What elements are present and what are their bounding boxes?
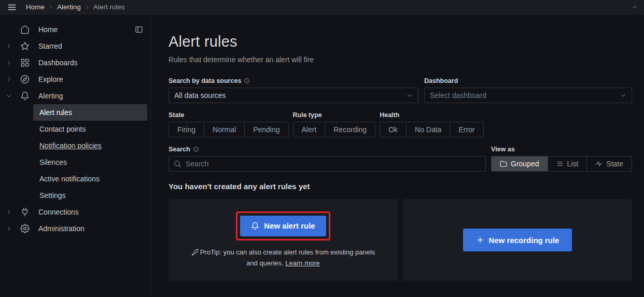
info-icon xyxy=(193,146,199,152)
rule-type-filter-group: Alert Recording xyxy=(293,122,376,137)
filter-row-sources: Search by data sources All data sources … xyxy=(169,77,632,103)
state-option-normal[interactable]: Normal xyxy=(204,122,244,137)
sidebar-item-label: Starred xyxy=(38,42,62,50)
chevron-right-icon[interactable] xyxy=(3,43,15,49)
datasource-select[interactable]: All data sources xyxy=(169,88,418,103)
view-as-option-state[interactable]: State xyxy=(586,157,632,171)
star-icon xyxy=(20,41,30,51)
sidebar-item-home[interactable]: Home xyxy=(0,21,150,38)
sidebar-item-label: Administration xyxy=(38,224,85,233)
home-icon xyxy=(20,24,30,35)
sidebar-item-active-notifications[interactable]: Active notifications xyxy=(33,171,147,187)
breadcrumb-alerting[interactable]: Alerting xyxy=(57,3,81,11)
chevron-right-icon[interactable] xyxy=(3,209,15,215)
dashboard-select-placeholder: Select dashboard xyxy=(430,91,486,100)
label-text: State xyxy=(169,111,185,119)
rule-type-option-recording[interactable]: Recording xyxy=(325,122,375,137)
label-text: View as xyxy=(491,146,515,153)
new-alert-rule-card: New alert rule ProTip: you can also crea… xyxy=(169,199,398,281)
protip-text: ProTip: you can also create alert rules … xyxy=(187,247,380,269)
dock-sidebar-icon[interactable] xyxy=(135,25,143,34)
option-label: State xyxy=(606,160,623,168)
datasource-filter-label: Search by data sources xyxy=(169,77,418,84)
sidebar-item-silences[interactable]: Silences xyxy=(33,154,147,171)
sidebar-item-alert-rules[interactable]: Alert rules xyxy=(33,104,147,121)
new-recording-rule-button[interactable]: New recording rule xyxy=(463,229,572,251)
pulse-icon xyxy=(595,160,603,167)
breadcrumb-current: Alert rules xyxy=(93,3,125,11)
protip-rocket-icon xyxy=(191,249,199,256)
sidebar-item-label: Explore xyxy=(38,75,63,83)
label-text: Search by data sources xyxy=(169,77,241,84)
state-option-firing[interactable]: Firing xyxy=(169,122,204,137)
chevron-down-icon xyxy=(407,92,413,98)
label-text: Rule type xyxy=(293,111,322,119)
state-option-pending[interactable]: Pending xyxy=(244,122,288,137)
rule-type-option-alert[interactable]: Alert xyxy=(293,122,325,137)
annotation-highlight: New alert rule xyxy=(236,211,330,241)
compass-icon xyxy=(20,74,30,84)
view-as-option-list[interactable]: List xyxy=(548,157,587,171)
sidebar-item-label: Alert rules xyxy=(39,108,72,117)
rule-type-filter-label: Rule type xyxy=(293,111,376,119)
chevron-up-icon[interactable] xyxy=(632,4,638,10)
sidebar-item-explore[interactable]: Explore xyxy=(0,71,150,88)
top-bar: Home Alerting Alert rules xyxy=(0,0,644,15)
apps-grid-icon xyxy=(20,58,30,68)
plug-icon xyxy=(20,207,30,217)
sidebar-item-starred[interactable]: Starred xyxy=(0,38,150,54)
sidebar-item-alerting[interactable]: Alerting xyxy=(0,88,150,104)
sidebar-item-settings[interactable]: Settings xyxy=(33,187,147,204)
option-label: List xyxy=(567,160,579,168)
view-as-label: View as xyxy=(491,146,632,153)
option-label: Grouped xyxy=(511,160,539,168)
new-alert-rule-button[interactable]: New alert rule xyxy=(240,216,326,236)
sidebar-item-label: Active notifications xyxy=(39,175,100,183)
health-filter-group: Ok No Data Error xyxy=(380,122,483,137)
label-text: Health xyxy=(380,111,399,119)
search-filter-label: Search xyxy=(169,146,486,153)
gear-icon xyxy=(20,223,30,234)
chevron-right-icon[interactable] xyxy=(3,76,15,82)
sidebar-item-connections[interactable]: Connections xyxy=(0,204,150,220)
sidebar-item-label: Notification policies xyxy=(39,142,102,150)
sidebar-item-label: Silences xyxy=(39,158,67,166)
menu-toggle-icon[interactable] xyxy=(6,2,18,13)
search-input[interactable] xyxy=(169,156,486,172)
health-option-nodata[interactable]: No Data xyxy=(406,122,450,137)
health-filter-label: Health xyxy=(380,111,483,119)
sidebar-nav: Home Starred Dashboards Explore xyxy=(0,15,151,296)
bell-icon xyxy=(251,222,259,230)
sidebar-item-label: Connections xyxy=(38,208,79,216)
chevron-right-icon[interactable] xyxy=(3,60,15,66)
chevron-right-icon[interactable] xyxy=(3,225,15,232)
filter-row-search: Search View as xyxy=(169,146,632,172)
main-content: Alert rules Rules that determine whether… xyxy=(151,15,644,296)
button-label: New alert rule xyxy=(264,221,315,230)
button-label: New recording rule xyxy=(489,236,559,245)
sidebar-item-label: Contact points xyxy=(39,125,86,133)
learn-more-link[interactable]: Learn more xyxy=(285,259,319,267)
bell-icon xyxy=(20,91,30,101)
sidebar-item-notification-policies[interactable]: Notification policies xyxy=(33,137,147,154)
sidebar-item-dashboards[interactable]: Dashboards xyxy=(0,54,150,71)
dashboard-filter-label: Dashboard xyxy=(424,77,632,84)
state-filter-label: State xyxy=(169,111,289,119)
breadcrumb-home[interactable]: Home xyxy=(26,3,45,11)
health-option-ok[interactable]: Ok xyxy=(380,122,406,137)
list-icon xyxy=(556,160,564,167)
sidebar-item-label: Settings xyxy=(39,191,66,200)
sidebar-item-contact-points[interactable]: Contact points xyxy=(33,121,147,137)
sidebar-item-administration[interactable]: Administration xyxy=(0,220,150,237)
chevron-down-icon xyxy=(620,92,626,98)
health-option-error[interactable]: Error xyxy=(450,122,483,137)
sidebar-item-label: Home xyxy=(38,25,58,34)
page-title: Alert rules xyxy=(169,33,632,50)
breadcrumb: Home Alerting Alert rules xyxy=(26,3,125,11)
dashboard-select[interactable]: Select dashboard xyxy=(424,88,632,103)
sidebar-item-label: Dashboards xyxy=(38,59,78,67)
alerting-subnav: Alert rules Contact points Notification … xyxy=(0,104,150,204)
view-as-option-grouped[interactable]: Grouped xyxy=(492,157,547,171)
chevron-down-icon[interactable] xyxy=(3,93,15,99)
page-subtitle: Rules that determine whether an alert wi… xyxy=(169,55,632,64)
